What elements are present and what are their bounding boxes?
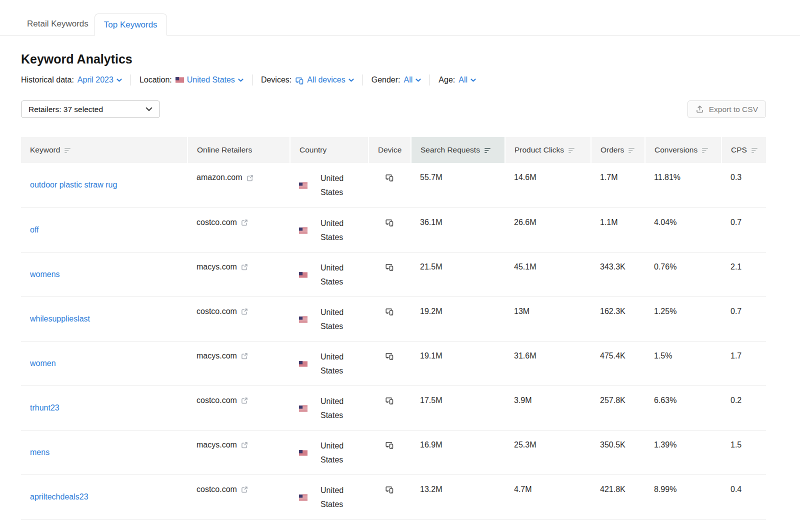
product-clicks-cell: 45.1M (505, 252, 591, 296)
column-header-orders[interactable]: Orders (591, 137, 645, 163)
retailer-cell: costco.com (188, 208, 290, 252)
external-link-icon[interactable] (241, 308, 248, 315)
age-dropdown[interactable]: All (458, 76, 476, 84)
table-row: trhunt23 costco.com (21, 386, 766, 430)
country-name: United States (320, 261, 350, 289)
retailer-cell: macys.com (188, 341, 290, 386)
column-label: Online Retailers (197, 146, 252, 154)
column-label: Product Clicks (514, 146, 564, 154)
orders-cell: 162.3K (591, 296, 645, 341)
column-label: Keyword (30, 146, 60, 154)
us-flag-icon (299, 272, 308, 278)
column-label: Device (378, 146, 402, 154)
retailer-domain: costco.com (196, 307, 237, 316)
keyword-cell: outdoor plastic straw rug (21, 163, 188, 208)
export-to-csv-button[interactable]: Export to CSV (688, 100, 766, 118)
external-link-icon[interactable] (241, 352, 248, 360)
external-link-icon[interactable] (246, 174, 254, 182)
filter-devices: Devices: All devices (261, 75, 354, 85)
sort-icon (568, 147, 575, 154)
search-requests-cell: 13.2M (411, 474, 505, 519)
filter-separator (130, 74, 131, 86)
devices-icon (385, 440, 394, 450)
external-link-icon[interactable] (241, 219, 248, 226)
product-clicks-cell: 14.6M (505, 163, 591, 208)
keyword-link[interactable]: off (30, 226, 39, 234)
location-label: Location: (140, 76, 172, 84)
column-header-product-clicks[interactable]: Product Clicks (505, 137, 591, 163)
keyword-link[interactable]: womens (30, 270, 60, 278)
product-clicks-cell: 31.6M (505, 341, 591, 386)
chevron-down-icon (416, 78, 421, 82)
product-clicks-cell: 4.7M (505, 474, 591, 519)
country-name: United States (320, 350, 350, 378)
historical-data-dropdown[interactable]: April 2023 (78, 76, 122, 84)
keyword-link[interactable]: apriltechdeals23 (30, 492, 88, 501)
keyword-link[interactable]: whilesupplieslast (30, 314, 90, 323)
devices-icon (385, 352, 394, 360)
search-requests-cell: 19.1M (411, 341, 505, 386)
column-header-online-retailers[interactable]: Online Retailers (188, 137, 290, 163)
devices-dropdown[interactable]: All devices (295, 75, 354, 85)
sort-icon (702, 147, 708, 154)
retailers-dropdown[interactable]: Retailers: 37 selected (21, 100, 160, 118)
us-flag-icon (299, 450, 308, 456)
column-header-cps[interactable]: CPS (722, 137, 766, 163)
column-header-conversions[interactable]: Conversions (645, 137, 722, 163)
retailer-cell: macys.com (188, 430, 290, 474)
orders-cell: 257.8K (591, 386, 645, 430)
country-cell: United States (290, 430, 368, 474)
keyword-link[interactable]: women (30, 359, 56, 368)
keyword-cell: women (21, 341, 188, 386)
retailer-cell: amazon.com (188, 163, 290, 208)
search-requests-cell: 55.7M (411, 163, 505, 208)
product-clicks-cell: 25.3M (505, 430, 591, 474)
keyword-cell: womens (21, 252, 188, 296)
country-cell: United States (290, 163, 368, 208)
historical-data-label: Historical data: (21, 76, 74, 84)
page-title: Keyword Analytics (21, 52, 766, 66)
external-link-icon[interactable] (241, 397, 248, 404)
keyword-link[interactable]: trhunt23 (30, 404, 60, 412)
retailers-dropdown-label: Retailers: 37 selected (28, 105, 103, 114)
retailer-domain: macys.com (196, 352, 237, 360)
country-name: United States (320, 216, 350, 244)
gender-dropdown[interactable]: All (404, 76, 422, 84)
orders-cell: 343.3K (591, 252, 645, 296)
country-cell: United States (290, 474, 368, 519)
sort-descending-icon (484, 147, 491, 154)
column-label: Orders (600, 146, 624, 154)
tab-top-keywords[interactable]: Top Keywords (94, 14, 167, 36)
keyword-link[interactable]: outdoor plastic straw rug (30, 180, 117, 189)
location-dropdown[interactable]: United States (176, 76, 244, 84)
column-header-search-requests[interactable]: Search Requests (411, 137, 505, 163)
keyword-link[interactable]: mens (30, 448, 50, 456)
filter-historical-data: Historical data: April 2023 (21, 76, 122, 84)
chevron-down-icon (116, 78, 122, 82)
table-row: mens macys.com (21, 430, 766, 474)
country-cell: United States (290, 252, 368, 296)
external-link-icon[interactable] (241, 486, 248, 493)
column-header-device[interactable]: Device (368, 137, 411, 163)
conversions-cell: 8.99% (645, 474, 722, 519)
retailer-domain: costco.com (196, 396, 237, 405)
us-flag-icon (299, 316, 308, 322)
filter-separator (430, 74, 430, 86)
external-link-icon[interactable] (241, 442, 248, 448)
device-cell (368, 474, 411, 519)
orders-cell: 350.5K (591, 430, 645, 474)
external-link-icon[interactable] (241, 264, 248, 270)
cps-cell: 1.7 (722, 341, 766, 386)
retailer-domain: macys.com (196, 262, 237, 272)
us-flag-icon (299, 406, 308, 412)
conversions-cell: 6.63% (645, 386, 722, 430)
column-header-country[interactable]: Country (290, 137, 368, 163)
sort-icon (628, 147, 635, 154)
tab-retail-keywords[interactable]: Retail Keywords (21, 13, 94, 35)
export-to-csv-label: Export to CSV (709, 105, 758, 114)
cps-cell: 0.3 (722, 163, 766, 208)
conversions-cell: 11.81% (645, 163, 722, 208)
column-header-keyword[interactable]: Keyword (21, 137, 188, 163)
sort-icon (64, 147, 71, 154)
gender-label: Gender: (372, 76, 400, 84)
